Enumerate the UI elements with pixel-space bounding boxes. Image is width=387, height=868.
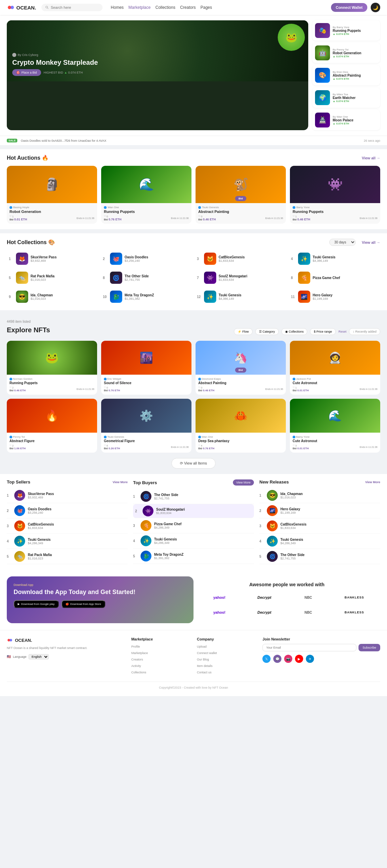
seller-avatar-1: 🐙 (14, 505, 25, 516)
instagram-icon[interactable]: 📷 (284, 655, 292, 663)
nft-card-r2-3[interactable]: 🌊 Bainy Yone Cute Astronout ♡ 3 Bid 0.01… (290, 399, 380, 453)
collection-item-5[interactable]: 8 🌀 The Other Side $2,741,755 (101, 270, 192, 286)
hero-card-4[interactable]: 🏯 By Wan One Moon Palace ▲ 0.074 ETH (312, 110, 380, 130)
hot-auctions-view-all[interactable]: View all → (362, 156, 380, 160)
nav-collections[interactable]: Collections (155, 5, 176, 10)
nft-card-r2-1[interactable]: ⚙️ Tsuki Genesis Geometrical Figure ♡ 6 … (101, 399, 191, 453)
bid-overlay-explore-2[interactable]: Bid (235, 368, 246, 373)
buyer-item-4[interactable]: 5 🐉 Meta Toy DragonZ $1,391,382 (133, 549, 254, 564)
top-buyers-col: Top Buyers View More 1 🌀 The Other Side … (133, 479, 254, 564)
nav-pages[interactable]: Pages (200, 5, 212, 10)
view-all-items-button[interactable]: ⟳ View all Items (171, 458, 216, 469)
auction-card-1[interactable]: 🌊 Wan One Running Puppets ♡ 0 Bid 0.76 E… (101, 166, 191, 224)
collection-item-4[interactable]: 5 🐀 Rat Pack Mafia $1,016,023 (7, 270, 98, 286)
buyer-item-2[interactable]: 3 🍕 Pizza Game Chef $4,286,349 (133, 518, 254, 533)
hot-collections-header: Hot Collections 🎨 30 days View all → (7, 239, 380, 246)
top-sellers-view-more[interactable]: View More (113, 480, 128, 484)
buyer-item-3[interactable]: 4 ✨ Tsuki Genesis $4,286,349 (133, 533, 254, 549)
seller-item-1[interactable]: 2 🐙 Oasis Doodles $3,256,240 (7, 503, 128, 518)
telegram-icon[interactable]: ✈ (306, 655, 314, 663)
release-item-1[interactable]: 2 🌌 Hero Galaxy $1,199,169 (259, 503, 380, 518)
search-input[interactable] (51, 5, 98, 9)
collection-item-6[interactable]: 7 👾 SoulZ Monogatari $1,833,634 (195, 270, 286, 286)
seller-item-3[interactable]: 4 ✨ Tsuki Genesis $4,286,349 (7, 534, 128, 549)
collection-item-8[interactable]: 9 😎 Ida_Chapman $1,016,023 (7, 289, 98, 305)
hero-card-2[interactable]: 🎨 By Elon Dios Abstract Painting ▲ 0.074… (312, 65, 380, 85)
nav-creators[interactable]: Creators (180, 5, 196, 10)
release-item-2[interactable]: 3 🐱 CatBloxGenesis $1,833,634 (259, 518, 380, 534)
nft-card-r2-0[interactable]: 🔥 Penny Tol Abstract Figure ♡ 2 Bid 1.06… (7, 399, 97, 453)
auction-card-0[interactable]: 🗿 Basing Hoyle Robot Generation ♡ 1 Bid … (7, 166, 97, 224)
footer-link-connect-wallet[interactable]: Connect wallet (197, 651, 217, 655)
auction-card-2[interactable]: 🐒 Bid Tsuki Genesis Abstract Painting ♡ … (196, 166, 286, 224)
filter-reset[interactable]: Reset (338, 330, 347, 333)
collection-item-3[interactable]: 4 ✨ Tsuki Genesis $4,386,149 (289, 251, 380, 267)
days-select[interactable]: 30 days (329, 239, 356, 246)
subscribe-button[interactable]: Subscribe (358, 644, 380, 651)
collection-item-10[interactable]: 12 ✨ Tsuki Genesis $4,386,149 (195, 289, 286, 305)
footer-link-contact[interactable]: Contact us (197, 671, 211, 674)
footer-bottom: Copyright©2023 - Created with love by NF… (7, 682, 380, 689)
filter-collections[interactable]: ◉ Collections (281, 328, 308, 335)
partner-bankless-2: BANKLESS (334, 607, 375, 618)
auction-card-3[interactable]: 👾 Barry Yone Running Puppets ♡ 1 Bid 0.4… (290, 166, 380, 224)
footer-link-profile[interactable]: Profile (131, 645, 140, 648)
nft-card-2[interactable]: 🦄 Bid Desmond Eaips Abstract Painting ♡ … (196, 341, 286, 395)
ticker-time: 26 secs ago (364, 139, 380, 142)
filter-category[interactable]: ☰ Category (255, 328, 279, 335)
nav-marketplace[interactable]: Marketplace (128, 5, 150, 10)
collection-item-11[interactable]: 11 🌌 Hero Galaxy $1,199,169 (289, 289, 380, 305)
release-item-4[interactable]: 5 🌀 The Other Side $2,741,755 (259, 549, 380, 564)
discord-icon[interactable]: 💬 (273, 655, 281, 663)
seller-item-2[interactable]: 3 🐱 CatBloxGenesis $1,833,634 (7, 518, 128, 534)
hero-card-3[interactable]: 🌍 By Miles Toa Earth Watcher ▲ 0.074 ETH (312, 87, 380, 108)
footer-link-blog[interactable]: Our Blog (197, 658, 209, 661)
buyer-avatar-2: 🍕 (141, 520, 151, 531)
auction-creator-1: Wan One (104, 206, 189, 209)
recently-added[interactable]: ↕ Recently added (349, 328, 380, 335)
footer-link-activity[interactable]: Activity (131, 664, 141, 668)
seller-item-0[interactable]: 1 🦊 SkuxVerse Pass $3,932,469 (7, 488, 128, 503)
search-bar[interactable] (41, 4, 103, 11)
release-item-0[interactable]: 1 😎 Ida_Chapman $1,016,023 (259, 488, 380, 503)
filter-flow[interactable]: ⚡ Flow (234, 328, 253, 335)
release-avatar-3: ✨ (267, 536, 278, 547)
buyer-item-0[interactable]: 1 🌀 The Other Side $2,741,755 (133, 489, 254, 504)
collection-item-9[interactable]: 10 🐉 Meta Toy DragonZ $1,391,382 (101, 289, 192, 305)
dark-mode-toggle[interactable]: 🌙 (371, 3, 380, 12)
connect-wallet-button[interactable]: Connect Wallet (331, 3, 367, 12)
nft-card-1[interactable]: 🌆 Eric Widget Sound of Silence ♡ 0 Bid 0… (101, 341, 191, 395)
twitter-icon[interactable]: 𝕏 (262, 655, 271, 663)
google-play-button[interactable]: ▶ Download from Google play (14, 600, 59, 608)
seller-item-4[interactable]: 5 🐀 Rat Pack Mafia $1,016,023 (7, 549, 128, 564)
collection-item-0[interactable]: 1 🦊 SkuxVerse Pass $3,932,469 (7, 251, 98, 267)
nft-card-3[interactable]: 🧑‍🚀 Jackson Pot Cute Astronout ♡ 1 Bid 0… (290, 341, 380, 395)
top-buyers-view-more[interactable]: View More (233, 479, 254, 486)
nft-name-r2-2: Deep Sea phantasy (198, 439, 283, 443)
filter-price[interactable]: $ Price range (310, 328, 336, 335)
hero-card-0[interactable]: 🎭 By Barry Yore Running Puppets ▲ 0.074 … (312, 20, 380, 41)
buyer-item-1[interactable]: 2 👾 SoulZ Monogatari $1,833,634 (133, 504, 254, 518)
hot-collections-view-all[interactable]: View all → (362, 240, 380, 244)
nav-homes[interactable]: Homes (111, 5, 124, 10)
footer-grid: OCEAN. NFT Ocean is a shared liquidity N… (7, 637, 380, 676)
nft-card-r2-2[interactable]: 🦀 Wan One Deep Sea phantasy ♡ 4 Bid 0.76… (196, 399, 286, 453)
collection-item-1[interactable]: 2 🐙 Oasis Doodles $3,256,240 (101, 251, 192, 267)
collection-item-7[interactable]: 8 🍕 Pizza Game Chef (289, 270, 380, 286)
language-select[interactable]: English (29, 654, 49, 659)
place-bid-button[interactable]: 🎯 Place a Bid (12, 69, 41, 76)
footer-link-upload[interactable]: Upload (197, 645, 207, 648)
release-item-3[interactable]: 4 ✨ Tsuki Genesis $4,286,349 (259, 534, 380, 549)
newsletter-email-input[interactable] (262, 644, 356, 651)
footer-link-collections[interactable]: Collections (131, 671, 146, 674)
footer-link-creators[interactable]: Creators (131, 658, 143, 661)
hero-card-1[interactable]: 🤖 By Penny Tol Robot Generation ▲ 0.074 … (312, 43, 380, 63)
youtube-icon[interactable]: ▶ (295, 655, 303, 663)
new-releases-view-more[interactable]: View More (365, 480, 380, 484)
nft-card-0[interactable]: 🐸 Norman Gordon Running Puppets ♡ 2 Bid … (7, 341, 97, 395)
collection-item-2[interactable]: 3 🐱 CatBloxGenesis $1,833,634 (195, 251, 286, 267)
bid-overlay-2[interactable]: Bid (235, 196, 246, 201)
app-store-button[interactable]: 🍎 Download from App Store (61, 600, 105, 608)
footer-link-marketplace[interactable]: Marketplace (131, 651, 148, 655)
footer-link-item-details[interactable]: Item details (197, 664, 213, 668)
